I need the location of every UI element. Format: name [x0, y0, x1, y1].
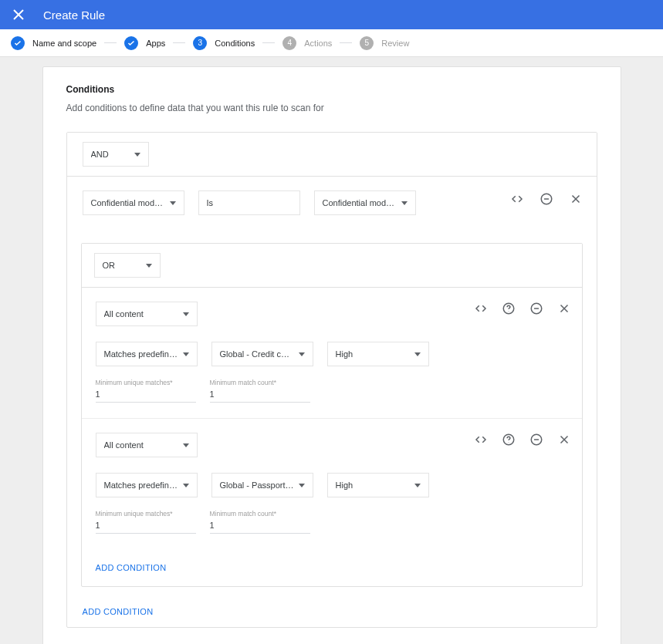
step-separator: [104, 42, 117, 43]
min-match-count-input[interactable]: Minimum match count* 1: [210, 510, 310, 534]
page-body: Conditions Add conditions to define data…: [0, 57, 663, 644]
check-icon: [11, 36, 25, 50]
input-value: 1: [96, 521, 196, 530]
min-match-count-input[interactable]: Minimum match count* 1: [210, 379, 310, 403]
step-label: Name and scope: [32, 39, 96, 48]
step-separator: [340, 42, 352, 43]
chevron-down-icon: [170, 201, 176, 205]
step-conditions[interactable]: 3 Conditions: [193, 36, 255, 50]
field-value: Confidential mode st …: [91, 198, 165, 207]
add-condition-inner-button[interactable]: ADD CONDITION: [82, 549, 582, 586]
min-unique-matches-input[interactable]: Minimum unique matches* 1: [96, 379, 196, 403]
condition-value-select[interactable]: Confidential mode dis …: [314, 191, 416, 215]
operator-select[interactable]: OR: [94, 253, 161, 278]
chevron-down-icon: [146, 264, 152, 268]
operator-select[interactable]: AND: [83, 142, 149, 167]
conditions-card: Conditions Add conditions to define data…: [42, 66, 621, 644]
check-icon: [124, 36, 138, 50]
step-actions[interactable]: 4 Actions: [282, 36, 332, 50]
code-icon[interactable]: [474, 302, 488, 315]
step-separator: [173, 42, 185, 43]
svg-point-5: [508, 442, 509, 443]
section-title: Conditions: [66, 84, 597, 95]
step-label: Apps: [146, 39, 165, 48]
nested-condition-actions: [474, 433, 571, 447]
close-icon[interactable]: [569, 192, 583, 206]
remove-circle-icon[interactable]: [529, 433, 543, 447]
input-value: 1: [96, 389, 196, 399]
conditions-container: AND Confidential mode st … Is Confidenti…: [66, 132, 597, 628]
value-text: Confidential mode dis …: [323, 198, 397, 207]
chevron-down-icon: [134, 153, 140, 157]
nested-group: OR All content: [81, 243, 583, 587]
match-value-select[interactable]: Global - Passport nu …: [211, 473, 313, 497]
add-condition-outer-button[interactable]: ADD CONDITION: [67, 593, 597, 627]
nested-condition-actions: [474, 302, 571, 315]
input-value: 1: [210, 521, 310, 530]
help-icon[interactable]: [502, 433, 516, 447]
chevron-down-icon: [401, 201, 408, 205]
match-value-select[interactable]: Global - Credit card n …: [211, 342, 313, 366]
operator-value: OR: [103, 261, 141, 270]
close-icon[interactable]: [557, 433, 571, 447]
step-name-scope[interactable]: Name and scope: [11, 36, 96, 50]
step-label: Conditions: [215, 39, 255, 48]
input-label: Minimum unique matches*: [96, 379, 196, 386]
step-review[interactable]: 5 Review: [360, 36, 409, 50]
operator-row: OR: [82, 244, 582, 288]
page-title: Create Rule: [43, 8, 105, 22]
scope-select[interactable]: All content: [96, 302, 198, 326]
chevron-down-icon: [299, 484, 305, 487]
condition-row-actions: [510, 192, 583, 206]
chevron-down-icon: [414, 352, 421, 356]
step-separator: [262, 42, 275, 43]
chevron-down-icon: [183, 443, 189, 447]
nested-condition: All content Matches predefined d …: [82, 418, 582, 549]
remove-circle-icon[interactable]: [540, 192, 553, 206]
condition-operator-select[interactable]: Is: [198, 191, 300, 215]
condition-field-select[interactable]: Confidential mode st …: [83, 191, 184, 215]
step-label: Actions: [304, 39, 332, 48]
confidence-select[interactable]: High: [327, 342, 429, 366]
code-icon[interactable]: [510, 192, 524, 206]
close-icon[interactable]: [9, 5, 28, 24]
remove-circle-icon[interactable]: [529, 302, 543, 315]
code-icon[interactable]: [474, 433, 488, 447]
scope-value: All content: [104, 309, 178, 319]
operator-value: Is: [207, 198, 292, 207]
chevron-down-icon: [299, 352, 305, 356]
operator-row: AND: [67, 133, 597, 177]
help-icon[interactable]: [502, 302, 516, 315]
app-bar: Create Rule: [0, 0, 663, 29]
step-number: 3: [193, 36, 207, 50]
operator-value: AND: [91, 150, 130, 159]
match-type-select[interactable]: Matches predefined d …: [96, 342, 198, 366]
stepper: Name and scope Apps 3 Conditions 4 Actio…: [0, 29, 663, 57]
scope-select[interactable]: All content: [96, 433, 198, 457]
step-number: 5: [360, 36, 374, 50]
input-label: Minimum unique matches*: [96, 510, 196, 518]
step-label: Review: [381, 39, 409, 48]
input-label: Minimum match count*: [210, 379, 310, 386]
section-subtitle: Add conditions to define data that you w…: [66, 103, 597, 113]
chevron-down-icon: [414, 484, 421, 487]
chevron-down-icon: [183, 484, 189, 487]
chevron-down-icon: [183, 312, 189, 316]
match-type-select[interactable]: Matches predefined d …: [96, 473, 198, 497]
input-value: 1: [210, 389, 310, 399]
step-number: 4: [282, 36, 296, 50]
svg-point-2: [508, 311, 509, 312]
nested-condition: All content Matches predefined d …: [82, 288, 582, 418]
chevron-down-icon: [183, 352, 189, 356]
confidence-select[interactable]: High: [327, 473, 429, 497]
min-unique-matches-input[interactable]: Minimum unique matches* 1: [96, 510, 196, 534]
input-label: Minimum match count*: [210, 510, 310, 518]
close-icon[interactable]: [557, 302, 571, 315]
step-apps[interactable]: Apps: [124, 36, 165, 50]
condition-row: Confidential mode st … Is Confidential m…: [67, 177, 597, 229]
